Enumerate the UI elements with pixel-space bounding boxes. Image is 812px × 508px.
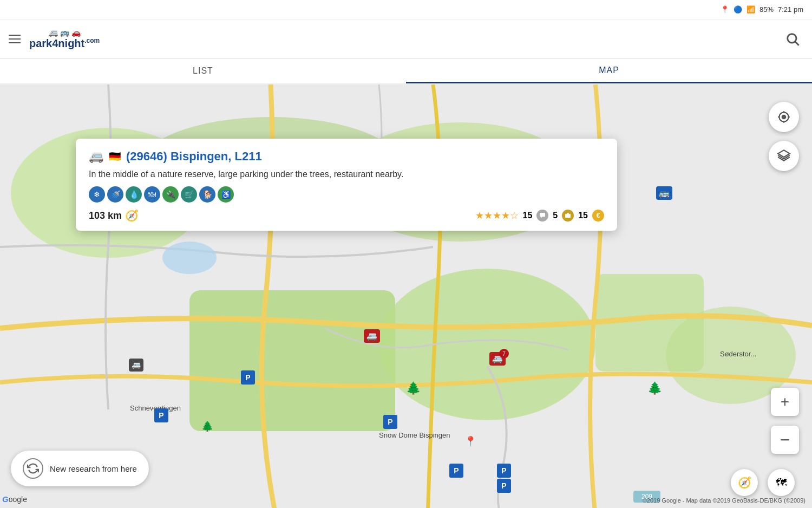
zoom-out-icon: −: [780, 431, 790, 448]
zoom-in-icon: +: [781, 394, 789, 409]
wifi-icon: 📶: [746, 5, 755, 14]
svg-point-7: [379, 269, 595, 420]
card-distance: 103 km 🧭: [89, 209, 139, 222]
amenity-cold: ❄: [89, 186, 105, 203]
parking-marker-6[interactable]: P: [497, 464, 511, 478]
amenity-accessible: ♿: [218, 186, 234, 203]
comment-icon: [536, 210, 548, 222]
tab-map[interactable]: MAP: [406, 58, 812, 83]
logo-name: park4night.com: [29, 37, 100, 50]
map-label-soderst: Søderstor...: [720, 350, 756, 358]
amenity-restaurant: 🍽: [144, 186, 160, 203]
van-marker-4[interactable]: 🚐: [129, 359, 143, 372]
research-button[interactable]: New research from here: [11, 451, 149, 486]
bluetooth-icon: 🔵: [734, 5, 742, 14]
tab-list[interactable]: LIST: [0, 58, 406, 83]
map-area[interactable]: 209 Ur...oh Egestorf Søderstor... Schnev…: [0, 84, 812, 508]
svg-line-1: [795, 42, 798, 45]
card-title-row: 🚐 🇩🇪 (29646) Bispingen, L211: [89, 149, 604, 164]
photo-icon: [562, 210, 574, 222]
amenity-electric: 🔌: [162, 186, 179, 203]
svg-point-10: [162, 242, 217, 274]
van-marker-2[interactable]: 🚌: [656, 186, 672, 200]
google-maps-button[interactable]: 🗺: [768, 469, 795, 496]
parking-marker-4[interactable]: P: [154, 408, 168, 422]
copyright-notice: ©2019 Google - Map data ©2019 GeoBasis-D…: [643, 497, 806, 504]
zoom-out-button[interactable]: −: [771, 426, 799, 454]
svg-point-16: [782, 115, 786, 119]
locate-button[interactable]: [769, 102, 799, 132]
poi-snowdome[interactable]: 📍: [464, 435, 476, 447]
app-logo: 🚐 🚌 🚗 park4night.com: [29, 28, 100, 50]
menu-button[interactable]: [9, 35, 21, 43]
coin-icon: €: [592, 210, 604, 222]
card-vehicle-icon: 🚐: [89, 149, 103, 164]
location-icon: 📍: [721, 5, 729, 14]
amenity-shower: 🚿: [107, 186, 123, 203]
svg-rect-15: [567, 213, 569, 214]
location-card[interactable]: 🚐 🇩🇪 (29646) Bispingen, L211 In the midd…: [76, 139, 617, 231]
amenity-water: 💧: [126, 186, 142, 203]
parking-marker-7[interactable]: P: [497, 479, 511, 493]
photo-count: 5: [553, 211, 558, 220]
zoom-in-button[interactable]: +: [771, 388, 799, 416]
svg-point-0: [788, 34, 796, 42]
svg-rect-6: [189, 290, 395, 431]
top-bar: 🚐 🚌 🚗 park4night.com: [0, 19, 812, 58]
comment-count: 15: [523, 211, 533, 220]
layers-icon: [777, 149, 791, 163]
battery-level: 85%: [759, 5, 774, 14]
status-bar: 📍 🔵 📶 85% 7:21 pm: [0, 0, 812, 19]
search-icon: [785, 31, 800, 47]
refresh-icon: [23, 458, 43, 479]
tree-marker-1: 🌲: [406, 381, 421, 395]
locate-icon: [777, 110, 791, 124]
maps-icon: 🗺: [776, 477, 787, 489]
tabs: LIST MAP: [0, 58, 812, 84]
search-button[interactable]: [782, 28, 803, 50]
amenity-pets: 🐕: [199, 186, 215, 203]
map-label-snowdome: Snow Dome Bispingen: [379, 431, 450, 439]
van-marker-5[interactable]: 🚐 7: [489, 352, 506, 366]
compass-nav-icon: 🧭: [738, 476, 751, 489]
svg-point-14: [567, 215, 569, 217]
parking-marker-3[interactable]: P: [383, 415, 397, 429]
compass-icon: 🧭: [125, 209, 139, 222]
tree-marker-3: 🌲: [201, 420, 213, 432]
research-label: New research from here: [50, 464, 137, 473]
card-footer: 103 km 🧭 ★★★★☆ 15 5 15 €: [89, 209, 604, 222]
card-description: In the middle of a nature reserve, large…: [89, 168, 604, 181]
logo-vehicles: 🚐 🚌 🚗: [49, 28, 81, 37]
rating-stars: ★★★★☆: [475, 210, 519, 222]
nav-button[interactable]: 🧭: [731, 469, 758, 496]
layers-button[interactable]: [769, 141, 799, 171]
top-bar-left: 🚐 🚌 🚗 park4night.com: [9, 28, 100, 50]
card-title: (29646) Bispingen, L211: [126, 149, 262, 164]
status-icons: 📍 🔵 📶 85% 7:21 pm: [721, 5, 803, 14]
tree-marker-2: 🌲: [647, 381, 662, 395]
van-marker-3[interactable]: 🚐: [364, 329, 380, 343]
parking-marker-5[interactable]: P: [449, 464, 463, 478]
coin-count: 15: [578, 211, 588, 220]
card-flag: 🇩🇪: [109, 151, 121, 162]
amenity-shop: 🛒: [181, 186, 197, 203]
parking-marker-2[interactable]: P: [241, 370, 255, 385]
clock: 7:21 pm: [778, 5, 803, 14]
google-watermark: Google: [2, 494, 27, 504]
card-amenities: ❄ 🚿 💧 🍽 🔌 🛒 🐕 ♿: [89, 186, 604, 203]
card-stats: ★★★★☆ 15 5 15 €: [475, 210, 605, 222]
